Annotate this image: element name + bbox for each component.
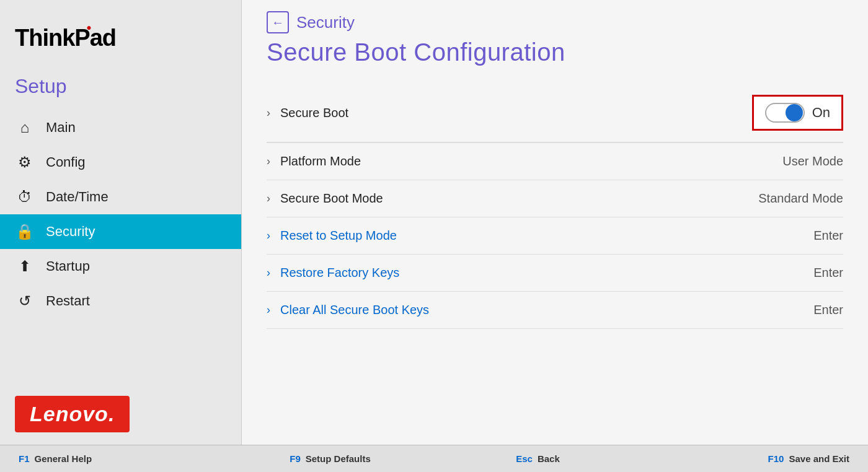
bottom-item-esc[interactable]: Esc Back bbox=[434, 453, 642, 464]
setting-value-reset-setup-mode: Enter bbox=[732, 229, 843, 243]
breadcrumb: Security bbox=[296, 13, 355, 32]
sidebar-item-restart[interactable]: ↺ Restart bbox=[0, 284, 241, 318]
setup-label: Setup bbox=[0, 70, 241, 110]
chevron-icon-secure-boot: › bbox=[267, 107, 270, 120]
sidebar-item-config[interactable]: ⚙ Config bbox=[0, 145, 241, 180]
setting-row-reset-setup-mode[interactable]: › Reset to Setup Mode Enter bbox=[267, 217, 843, 255]
config-icon: ⚙ bbox=[15, 154, 35, 171]
breadcrumb-row: ← Security bbox=[267, 0, 843, 38]
lock-icon: 🔒 bbox=[15, 223, 35, 240]
bottom-bar: F1 General Help F9 Setup Defaults Esc Ba… bbox=[0, 445, 868, 472]
f1-key: F1 bbox=[19, 453, 30, 464]
sidebar-item-datetime[interactable]: ⏱ Date/Time bbox=[0, 180, 241, 214]
setting-label-clear-secure-boot-keys[interactable]: Clear All Secure Boot Keys bbox=[280, 303, 732, 317]
secure-boot-toggle-track[interactable] bbox=[765, 103, 805, 123]
f10-desc: Save and Exit bbox=[789, 453, 849, 464]
setting-label-platform-mode: Platform Mode bbox=[280, 154, 732, 168]
startup-icon: ⬆ bbox=[15, 258, 35, 275]
setting-value-restore-factory-keys: Enter bbox=[732, 266, 843, 280]
setting-label-secure-boot-mode: Secure Boot Mode bbox=[280, 191, 732, 206]
setting-value-clear-secure-boot-keys: Enter bbox=[732, 303, 843, 317]
setting-row-platform-mode[interactable]: › Platform Mode User Mode bbox=[267, 143, 843, 180]
chevron-icon-secure-boot-mode: › bbox=[267, 192, 270, 205]
setting-row-restore-factory-keys[interactable]: › Restore Factory Keys Enter bbox=[267, 255, 843, 292]
setting-value-secure-boot-mode: Standard Mode bbox=[732, 191, 843, 206]
f9-key: F9 bbox=[290, 453, 301, 464]
sidebar-item-label-security: Security bbox=[46, 224, 95, 240]
esc-key: Esc bbox=[516, 453, 533, 464]
bottom-item-f10[interactable]: F10 Save and Exit bbox=[642, 453, 849, 464]
sidebar-item-startup[interactable]: ⬆ Startup bbox=[0, 249, 241, 284]
sidebar-item-label-restart: Restart bbox=[46, 293, 90, 309]
secure-boot-toggle-label: On bbox=[812, 105, 830, 121]
home-icon: ⌂ bbox=[15, 119, 35, 136]
bottom-item-f1[interactable]: F1 General Help bbox=[19, 453, 226, 464]
setting-row-secure-boot[interactable]: › Secure Boot On bbox=[267, 84, 843, 143]
lenovo-logo-text: Lenovo. bbox=[30, 402, 115, 426]
sidebar-item-label-startup: Startup bbox=[46, 258, 90, 274]
sidebar-item-label-main: Main bbox=[46, 120, 76, 136]
setting-row-secure-boot-mode[interactable]: › Secure Boot Mode Standard Mode bbox=[267, 180, 843, 217]
content-area: ← Security Secure Boot Configuration › S… bbox=[242, 0, 868, 445]
sidebar-item-main[interactable]: ⌂ Main bbox=[0, 110, 241, 145]
chevron-icon-platform-mode: › bbox=[267, 155, 270, 168]
chevron-icon-restore-factory-keys: › bbox=[267, 266, 270, 279]
clock-icon: ⏱ bbox=[15, 188, 35, 206]
back-button[interactable]: ← bbox=[267, 11, 289, 33]
secure-boot-toggle-thumb bbox=[786, 104, 803, 121]
thinkpad-logo-text: ThinkP●ad bbox=[15, 25, 226, 51]
sidebar-item-label-datetime: Date/Time bbox=[46, 189, 108, 205]
nav-list: ⌂ Main ⚙ Config ⏱ Date/Time 🔒 Security ⬆… bbox=[0, 110, 241, 318]
sidebar-item-label-config: Config bbox=[46, 154, 86, 170]
setting-label-restore-factory-keys[interactable]: Restore Factory Keys bbox=[280, 266, 732, 280]
lenovo-logo-area: Lenovo. bbox=[0, 377, 241, 445]
restart-icon: ↺ bbox=[15, 292, 35, 310]
chevron-icon-clear-secure-boot-keys: › bbox=[267, 304, 270, 317]
page-title: Secure Boot Configuration bbox=[267, 38, 843, 66]
sidebar-item-security[interactable]: 🔒 Security bbox=[0, 214, 241, 249]
f10-key: F10 bbox=[768, 453, 784, 464]
bottom-item-f9[interactable]: F9 Setup Defaults bbox=[226, 453, 434, 464]
lenovo-logo: Lenovo. bbox=[15, 396, 130, 432]
esc-desc: Back bbox=[538, 453, 560, 464]
secure-boot-toggle-container[interactable]: On bbox=[752, 95, 843, 131]
chevron-icon-reset-setup-mode: › bbox=[267, 229, 270, 242]
setting-label-secure-boot: Secure Boot bbox=[280, 106, 752, 120]
setting-label-reset-setup-mode[interactable]: Reset to Setup Mode bbox=[280, 229, 732, 243]
f1-desc: General Help bbox=[35, 453, 92, 464]
setting-row-clear-secure-boot-keys[interactable]: › Clear All Secure Boot Keys Enter bbox=[267, 292, 843, 329]
setting-value-platform-mode: User Mode bbox=[732, 154, 843, 168]
thinkpad-logo: ThinkP●ad bbox=[0, 12, 241, 70]
sidebar: ThinkP●ad Setup ⌂ Main ⚙ Config ⏱ Date/T… bbox=[0, 0, 242, 445]
f9-desc: Setup Defaults bbox=[306, 453, 371, 464]
